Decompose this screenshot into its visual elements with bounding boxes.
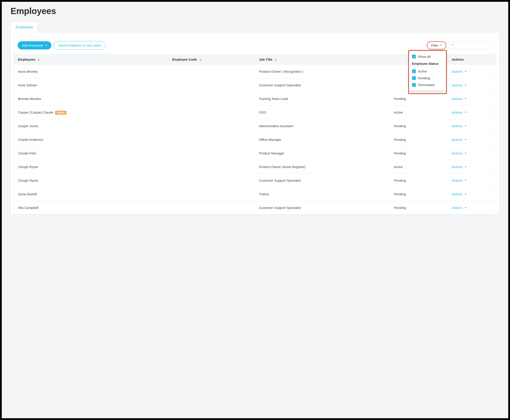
- search-icon: [451, 43, 454, 47]
- actions-dropdown[interactable]: Actions: [452, 206, 466, 210]
- employee-name: Clough Ryner: [18, 165, 38, 169]
- cell-job-title: Customer Support Specialist: [255, 174, 390, 187]
- toolbar: Add employee Send invitations to new use…: [14, 38, 496, 54]
- cell-status: Active: [390, 160, 448, 174]
- cell-actions: Actions: [448, 201, 496, 215]
- cell-employee-name: Clough Ryner: [14, 174, 168, 187]
- cell-employee-code: [168, 133, 255, 147]
- filter-group-title: Employee Status: [409, 60, 446, 67]
- col-header-employees[interactable]: Employees: [14, 54, 168, 65]
- add-employee-label: Add employee: [22, 44, 43, 47]
- cell-employee-name: Dana Rastell: [14, 187, 168, 201]
- actions-dropdown[interactable]: Actions: [452, 192, 466, 196]
- actions-label: Actions: [452, 70, 463, 73]
- employee-name: Clough Ryner: [18, 179, 38, 182]
- checkbox-checked-icon: ✓: [412, 55, 416, 59]
- cell-actions: Actions: [448, 174, 496, 187]
- add-employee-button[interactable]: Add employee: [18, 41, 51, 49]
- table-row: Ella CampbellCustomer Support Specialist…: [14, 201, 496, 215]
- filter-label: Filter: [431, 44, 438, 47]
- cell-employee-code: [168, 201, 255, 215]
- page-title: Employees: [11, 6, 499, 16]
- cell-employee-name: Claude Felix: [14, 147, 168, 160]
- cell-employee-code: [168, 65, 255, 78]
- filter-button[interactable]: Filter: [427, 41, 446, 49]
- checkbox-checked-icon: ✓: [412, 83, 416, 87]
- employee-name: Ella Campbell: [18, 206, 38, 210]
- actions-dropdown[interactable]: Actions: [452, 97, 466, 101]
- actions-dropdown[interactable]: Actions: [452, 111, 466, 114]
- cell-status: Pending: [390, 92, 448, 106]
- table-row: Charlie AndersonOffice ManagerPendingAct…: [14, 133, 496, 147]
- filter-option-active[interactable]: ✓ Active: [409, 68, 446, 75]
- table-row: Clough RynerCustomer Support SpecialistP…: [14, 174, 496, 187]
- table-row: Clough RynerProduct Owner (Asset Registe…: [14, 160, 496, 174]
- table-row: Brenda MoralesTraining Team LeadPendingA…: [14, 92, 496, 106]
- cell-employee-code: [168, 147, 255, 160]
- actions-label: Actions: [452, 97, 463, 101]
- cell-job-title: Office Manager: [255, 133, 390, 147]
- actions-dropdown[interactable]: Actions: [452, 70, 466, 73]
- cell-actions: Actions: [448, 65, 496, 78]
- tab-bar: Employees: [11, 22, 499, 32]
- actions-label: Actions: [452, 111, 463, 114]
- actions-dropdown[interactable]: Actions: [452, 179, 466, 182]
- cell-job-title: Customer Support Specialist: [255, 78, 390, 92]
- filter-popover: ✓ Show all Employee Status ✓ Active ✓ Pe…: [409, 51, 446, 90]
- filter-show-all[interactable]: ✓ Show all: [409, 53, 446, 60]
- actions-dropdown[interactable]: Actions: [452, 165, 466, 169]
- cell-employee-name: Clough Ryner: [14, 160, 168, 174]
- cell-actions: Actions: [448, 160, 496, 174]
- chevron-down-icon: [465, 112, 466, 113]
- cell-status: Pending: [390, 147, 448, 160]
- col-header-employee-code[interactable]: Employee Code: [168, 54, 255, 65]
- chevron-down-icon: [465, 139, 466, 140]
- chevron-down-icon: [465, 98, 466, 99]
- col-header-label: Actions: [452, 58, 464, 61]
- col-header-job-title[interactable]: Job Title: [255, 54, 390, 65]
- actions-dropdown[interactable]: Actions: [452, 124, 466, 128]
- filter-option-pending[interactable]: ✓ Pending: [409, 75, 446, 82]
- cell-employee-code: [168, 78, 255, 92]
- main-panel: Add employee Send invitations to new use…: [11, 32, 499, 215]
- chevron-down-icon: [465, 153, 466, 154]
- cell-job-title: Product Manager: [255, 147, 390, 160]
- col-header-label: Employee Code: [172, 58, 197, 61]
- actions-label: Actions: [452, 83, 463, 87]
- col-header-actions: Actions: [448, 54, 496, 65]
- cell-status: Pending: [390, 133, 448, 147]
- cell-employee-name: Casper (Caspie) ClaudeOwner: [14, 106, 168, 119]
- chevron-down-icon: [45, 45, 47, 46]
- cell-employee-name: Charlie Anderson: [14, 133, 168, 147]
- cell-employee-code: [168, 106, 255, 119]
- actions-dropdown[interactable]: Actions: [452, 83, 466, 87]
- table-row: Casper (Caspie) ClaudeOwnerCEOActiveActi…: [14, 106, 496, 119]
- cell-employee-name: Anna Beverly: [14, 65, 168, 78]
- send-invitations-button[interactable]: Send invitations to new users: [54, 41, 106, 50]
- cell-actions: Actions: [448, 92, 496, 106]
- tab-employees[interactable]: Employees: [11, 22, 38, 32]
- cell-employee-code: [168, 187, 255, 201]
- search-box[interactable]: [449, 41, 492, 49]
- filter-option-label: Active: [418, 69, 427, 73]
- cell-employee-name: Ashe Sylvian: [14, 78, 168, 92]
- cell-job-title: CEO: [255, 106, 390, 119]
- cell-actions: Actions: [448, 187, 496, 201]
- actions-label: Actions: [452, 138, 463, 142]
- filter-option-terminated[interactable]: ✓ Terminated: [409, 82, 446, 88]
- sort-icon: [199, 59, 201, 61]
- cell-status: Active: [390, 106, 448, 119]
- cell-job-title: Product Owner ( Recognition ): [255, 65, 390, 78]
- chevron-down-icon: [465, 85, 466, 86]
- svg-line-1: [453, 45, 454, 46]
- search-input[interactable]: [456, 44, 495, 47]
- employee-name: Dana Rastell: [18, 192, 37, 196]
- employee-name: Casper (Caspie) Claude: [18, 111, 53, 114]
- actions-dropdown[interactable]: Actions: [452, 138, 466, 142]
- actions-dropdown[interactable]: Actions: [452, 151, 466, 155]
- filter-show-all-label: Show all: [418, 55, 430, 59]
- cell-employee-name: Casper Jones: [14, 119, 168, 133]
- employee-name: Claude Felix: [18, 151, 36, 155]
- filter-option-label: Pending: [418, 76, 430, 80]
- checkbox-checked-icon: ✓: [412, 69, 416, 73]
